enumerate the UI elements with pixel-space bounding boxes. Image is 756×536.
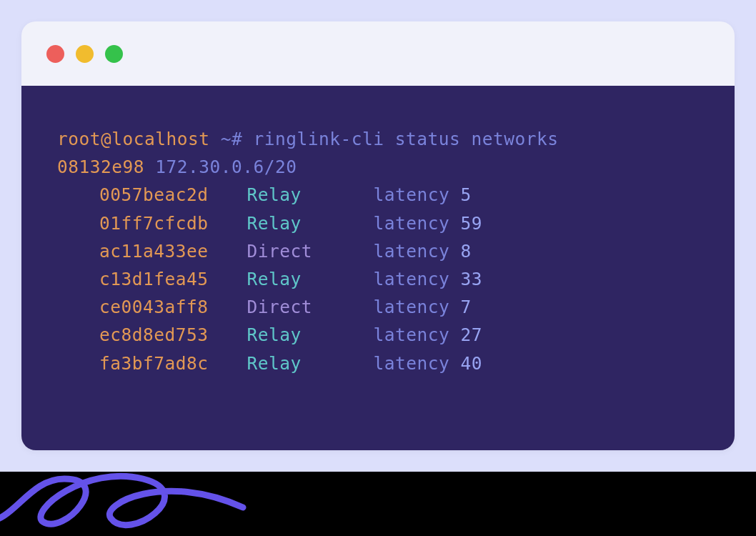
network-header: 08132e98 172.30.0.6/20 — [57, 153, 699, 181]
latency-value: 59 — [461, 213, 483, 234]
peer-type: Direct — [247, 293, 374, 321]
peer-id: 0057beac2d — [99, 181, 247, 209]
peer-id: ac11a433ee — [99, 237, 247, 265]
latency-label: latency — [374, 297, 461, 317]
latency-value: 5 — [461, 184, 472, 205]
peers-list: 0057beac2dRelaylatency 5 01ff7cfcdbRelay… — [57, 181, 699, 377]
network-id: 08132e98 — [57, 157, 144, 177]
minimize-icon[interactable] — [76, 45, 94, 63]
latency-label: latency — [374, 184, 461, 205]
peer-id: fa3bf7ad8c — [99, 349, 247, 377]
latency-label: latency — [374, 241, 461, 262]
squiggle-icon — [0, 472, 257, 536]
peer-type: Relay — [247, 209, 374, 237]
terminal-body[interactable]: root@localhost ~# ringlink-cli status ne… — [21, 86, 735, 450]
peer-row: 0057beac2dRelaylatency 5 — [57, 181, 699, 209]
close-icon[interactable] — [46, 45, 64, 63]
maximize-icon[interactable] — [105, 45, 123, 63]
latency-value: 7 — [461, 297, 472, 317]
peer-type: Relay — [247, 349, 374, 377]
peer-type: Relay — [247, 321, 374, 349]
page-wrapper: root@localhost ~# ringlink-cli status ne… — [0, 0, 756, 472]
peer-row: ac11a433eeDirectlatency 8 — [57, 237, 699, 265]
prompt-command: ringlink-cli status networks — [254, 129, 559, 149]
peer-id: 01ff7cfcdb — [99, 209, 247, 237]
peer-type: Direct — [247, 237, 374, 265]
peer-type: Relay — [247, 265, 374, 293]
latency-value: 33 — [461, 269, 483, 289]
latency-label: latency — [374, 269, 461, 289]
peer-row: ce0043aff8Directlatency 7 — [57, 293, 699, 321]
peer-id: ec8d8ed753 — [99, 321, 247, 349]
peer-row: c13d1fea45Relaylatency 33 — [57, 265, 699, 293]
decorative-footer — [0, 472, 756, 536]
prompt-user-host: root@localhost — [57, 129, 210, 149]
peer-row: 01ff7cfcdbRelaylatency 59 — [57, 209, 699, 237]
peer-type: Relay — [247, 181, 374, 209]
latency-value: 27 — [461, 324, 483, 345]
prompt-path: ~# — [221, 129, 243, 149]
latency-label: latency — [374, 324, 461, 345]
latency-label: latency — [374, 213, 461, 234]
peer-id: c13d1fea45 — [99, 265, 247, 293]
latency-label: latency — [374, 353, 461, 374]
latency-value: 40 — [461, 353, 483, 374]
prompt-line: root@localhost ~# ringlink-cli status ne… — [57, 125, 699, 153]
latency-value: 8 — [461, 241, 472, 262]
terminal-window: root@localhost ~# ringlink-cli status ne… — [21, 21, 735, 450]
network-cidr: 172.30.0.6/20 — [155, 157, 297, 177]
peer-row: ec8d8ed753Relaylatency 27 — [57, 321, 699, 349]
peer-id: ce0043aff8 — [99, 293, 247, 321]
peer-row: fa3bf7ad8cRelaylatency 40 — [57, 349, 699, 377]
window-titlebar — [21, 21, 735, 86]
